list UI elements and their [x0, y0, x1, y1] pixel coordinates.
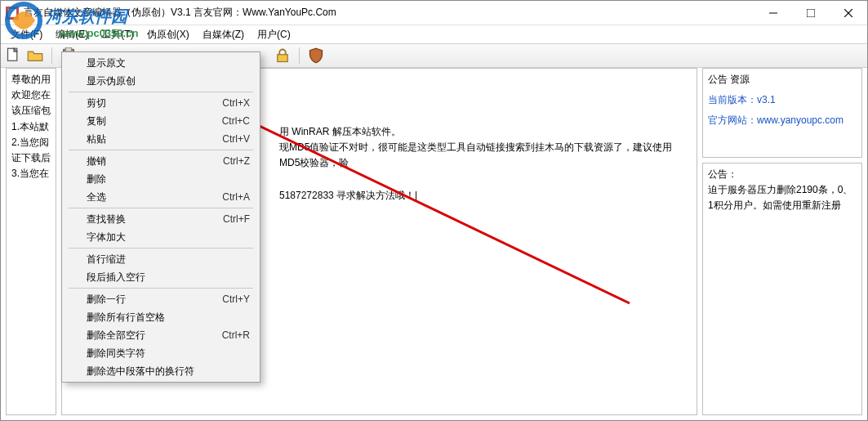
cm-label: 删除一行: [87, 293, 222, 307]
menu-edit[interactable]: 编辑(E): [49, 26, 95, 43]
cm-separator: [69, 288, 253, 289]
cm-copy[interactable]: 复制Ctrl+C: [64, 112, 258, 130]
editor-line: 5187272833 寻求解决方法哦！|: [279, 188, 692, 204]
cm-shortcut: Ctrl+C: [222, 115, 250, 127]
cm-select-all[interactable]: 全选Ctrl+A: [64, 188, 258, 206]
menu-file[interactable]: 文件(F): [4, 26, 49, 43]
maximize-button[interactable]: [792, 1, 830, 25]
svg-rect-9: [278, 55, 288, 62]
site-label: 官方网站：: [708, 114, 757, 126]
cm-separator: [69, 208, 253, 208]
left-text-line: 2.当您阅: [11, 135, 51, 150]
cm-label: 显示伪原创: [87, 74, 250, 88]
left-text-line: 欢迎您在: [11, 87, 51, 103]
cm-delete-line[interactable]: 删除一行Ctrl+Y: [64, 290, 258, 308]
cm-label: 字体加大: [87, 231, 250, 244]
announcement-header: 公告：: [708, 167, 857, 182]
left-text-line: 1.本站默: [11, 119, 51, 135]
cm-label: 删除选中段落中的换行符: [87, 365, 250, 378]
cm-label: 删除同类字符: [87, 347, 250, 361]
tool-new-icon[interactable]: [6, 47, 22, 64]
cm-font-larger[interactable]: 字体加大: [64, 228, 258, 246]
cm-shortcut: Ctrl+Z: [223, 155, 250, 167]
site-link[interactable]: www.yanyoupc.com: [757, 114, 844, 126]
cm-delete-linebreaks-sel[interactable]: 删除选中段落中的换行符: [64, 362, 258, 380]
svg-rect-1: [8, 9, 16, 17]
cm-label: 段后插入空行: [87, 271, 250, 284]
left-text-line: 3.当您在: [11, 166, 51, 181]
cm-indent-first[interactable]: 首行缩进: [64, 250, 258, 268]
tool-lock-icon[interactable]: [274, 47, 291, 64]
cm-cut[interactable]: 剪切Ctrl+X: [64, 94, 258, 112]
title-bar: 言友自媒体文章编辑器（伪原创）V3.1 言友官网：Www.YanYouPc.Co…: [1, 1, 867, 25]
cm-label: 首行缩进: [87, 253, 250, 266]
cm-delete-blank-lines[interactable]: 删除全部空行Ctrl+R: [64, 326, 258, 344]
cm-label: 复制: [87, 114, 222, 128]
cm-label: 删除全部空行: [87, 329, 222, 343]
app-icon: [6, 7, 19, 20]
left-panel: 尊敬的用 欢迎您在 该压缩包 1.本站默 2.当您阅 证下载后 3.当您在: [6, 68, 56, 415]
info-header: 公告 资源: [708, 72, 857, 87]
info-panel: 公告 资源 当前版本：v3.1 官方网站：www.yanyoupc.com: [702, 68, 862, 158]
toolbar-separator: [51, 47, 52, 64]
menu-user[interactable]: 用户(C): [251, 26, 297, 43]
version-value: v3.1: [757, 94, 776, 105]
cm-separator: [69, 248, 253, 249]
left-text-line: 证下载后: [11, 150, 51, 166]
toolbar-separator: [299, 47, 300, 64]
window-title: 言友自媒体文章编辑器（伪原创）V3.1 言友官网：Www.YanYouPc.Co…: [24, 6, 754, 20]
cm-separator: [69, 92, 253, 92]
tool-open-icon[interactable]: [27, 47, 43, 64]
cm-label: 删除: [87, 172, 250, 186]
svg-rect-3: [807, 9, 815, 17]
cm-show-original[interactable]: 显示原文: [64, 54, 258, 72]
cm-undo[interactable]: 撤销Ctrl+Z: [64, 152, 258, 170]
window-buttons: [754, 1, 867, 25]
cm-find-replace[interactable]: 查找替换Ctrl+F: [64, 210, 258, 228]
cm-label: 全选: [87, 190, 222, 204]
cm-show-pseudo[interactable]: 显示伪原创: [64, 72, 258, 90]
cm-paste[interactable]: 粘贴Ctrl+V: [64, 130, 258, 148]
cm-label: 显示原文: [87, 56, 250, 70]
menu-selfmedia[interactable]: 自媒体(Z): [196, 26, 251, 43]
cm-shortcut: Ctrl+Y: [222, 293, 250, 305]
menu-pseudo[interactable]: 伪原创(X): [140, 26, 196, 43]
left-text-line: 该压缩包: [11, 103, 51, 119]
menu-bar: 文件(F) 编辑(E) 工具(T) 伪原创(X) 自媒体(Z) 用户(C): [1, 25, 867, 43]
cm-delete[interactable]: 删除: [64, 170, 258, 188]
cm-label: 剪切: [87, 96, 222, 110]
cm-label: 查找替换: [87, 213, 223, 226]
left-text-line: 尊敬的用: [11, 72, 51, 87]
cm-shortcut: Ctrl+F: [223, 213, 250, 225]
context-menu: 显示原文 显示伪原创 剪切Ctrl+X 复制Ctrl+C 粘贴Ctrl+V 撤销…: [61, 52, 260, 383]
cm-shortcut: Ctrl+X: [222, 97, 250, 109]
editor-line: 现MD5值验证不对时，很可能是这类型工具自动链接搜索到挂木马的下载资源了，建议使…: [279, 140, 692, 171]
cm-separator: [69, 150, 253, 150]
close-button[interactable]: [830, 1, 867, 25]
cm-delete-leading-spaces[interactable]: 删除所有行首空格: [64, 308, 258, 326]
cm-delete-same-chars[interactable]: 删除同类字符: [64, 344, 258, 362]
announcement-line: 迫于服务器压力删除2190条，0、: [708, 182, 857, 198]
cm-label: 粘贴: [87, 132, 222, 146]
cm-insert-blank-line[interactable]: 段后插入空行: [64, 268, 258, 286]
cm-label: 撤销: [87, 155, 223, 168]
right-column: 公告 资源 当前版本：v3.1 官方网站：www.yanyoupc.com 公告…: [702, 68, 862, 415]
announcement-panel: 公告： 迫于服务器压力删除2190条，0、 1积分用户。如需使用重新注册: [702, 163, 862, 415]
minimize-button[interactable]: [754, 1, 792, 25]
editor-line: 用 WinRAR 解压本站软件。: [279, 124, 692, 140]
cm-shortcut: Ctrl+A: [222, 191, 250, 203]
menu-tool[interactable]: 工具(T): [95, 26, 140, 43]
tool-shield-icon[interactable]: [308, 47, 324, 64]
announcement-line: 1积分用户。如需使用重新注册: [708, 198, 857, 213]
cm-label: 删除所有行首空格: [87, 311, 250, 325]
version-label: 当前版本：: [708, 94, 757, 105]
cm-shortcut: Ctrl+R: [222, 329, 250, 341]
cm-shortcut: Ctrl+V: [222, 133, 250, 145]
